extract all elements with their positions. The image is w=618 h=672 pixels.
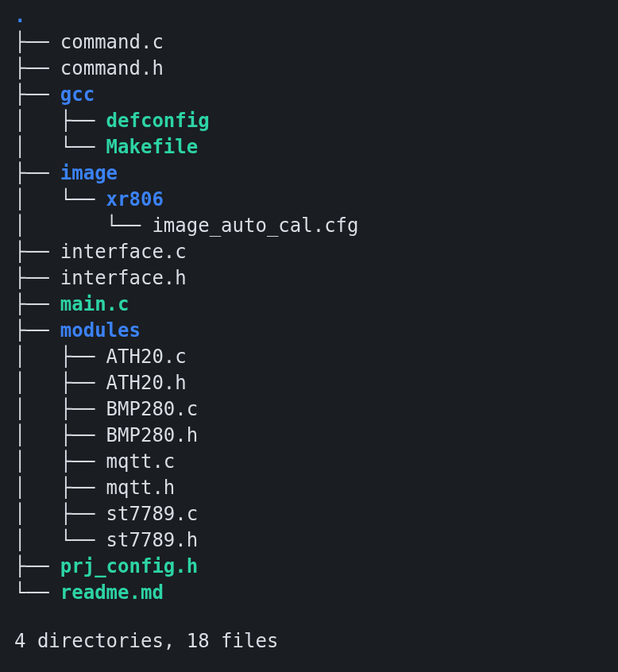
tree-entry: ATH20.h [106,372,187,394]
tree-summary: 4 directories, 18 files [0,628,618,655]
tree-root: . [14,5,25,27]
tree-entry: Makefile [106,136,199,158]
tree-entry: st7789.h [106,529,199,551]
tree-entry: mqtt.c [106,450,176,473]
tree-entry: interface.h [60,267,187,289]
tree-entry: prj_config.h [60,555,198,577]
tree-entry: defconfig [106,110,210,132]
tree-entry: command.h [60,57,164,79]
tree-entry: gcc [60,83,95,106]
tree-output: . ├── command.c ├── command.h ├── gcc │ … [0,0,618,606]
tree-entry: readme.md [60,581,164,604]
tree-entry: st7789.c [106,503,199,525]
tree-entry: command.c [60,31,164,53]
tree-entry: image_auto_cal.cfg [152,214,358,237]
tree-entry: main.c [60,293,129,315]
tree-entry: image [60,162,118,184]
tree-entry: ATH20.c [106,346,187,368]
tree-entry: xr806 [106,188,164,210]
tree-entry: interface.c [60,241,187,263]
tree-entry: BMP280.c [106,398,199,420]
tree-entry: modules [60,319,141,342]
tree-entry: BMP280.h [106,424,199,446]
tree-entry: mqtt.h [106,477,176,499]
